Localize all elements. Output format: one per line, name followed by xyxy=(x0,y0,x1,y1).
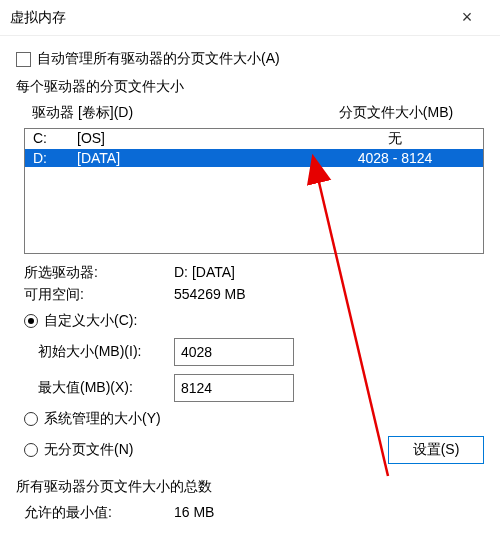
max-size-row: 最大值(MB)(X): xyxy=(24,374,484,402)
header-size: 分页文件大小(MB) xyxy=(316,104,476,122)
auto-manage-label: 自动管理所有驱动器的分页文件大小(A) xyxy=(37,50,280,68)
min-size-label: 允许的最小值: xyxy=(24,504,174,522)
row-drive: C: xyxy=(33,130,77,148)
max-size-input[interactable] xyxy=(174,374,294,402)
selected-drive-row: 所选驱动器: D: [DATA] xyxy=(24,264,484,282)
min-size-row: 允许的最小值: 16 MB xyxy=(24,504,484,522)
radio-system-label: 系统管理的大小(Y) xyxy=(44,410,161,428)
auto-manage-row: 自动管理所有驱动器的分页文件大小(A) xyxy=(16,50,484,68)
max-size-label: 最大值(MB)(X): xyxy=(24,379,174,397)
header-drive: 驱动器 [卷标](D) xyxy=(32,104,316,122)
min-size-value: 16 MB xyxy=(174,504,214,522)
set-row: 无分页文件(N) 设置(S) xyxy=(24,436,484,464)
row-label: [DATA] xyxy=(77,150,315,166)
row-size: 4028 - 8124 xyxy=(315,150,475,166)
radio-custom-row: 自定义大小(C): xyxy=(24,312,484,330)
dialog-content: 自动管理所有驱动器的分页文件大小(A) 每个驱动器的分页文件大小 驱动器 [卷标… xyxy=(0,36,500,522)
window-title: 虚拟内存 xyxy=(10,9,444,27)
free-space-row: 可用空间: 554269 MB xyxy=(24,286,484,304)
radio-custom[interactable] xyxy=(24,314,38,328)
radio-dot-icon xyxy=(28,318,34,324)
radio-none[interactable] xyxy=(24,443,38,457)
radio-system-row: 系统管理的大小(Y) xyxy=(24,410,484,428)
row-size: 无 xyxy=(315,130,475,148)
initial-size-label: 初始大小(MB)(I): xyxy=(24,343,174,361)
initial-size-row: 初始大小(MB)(I): xyxy=(24,338,484,366)
table-row[interactable]: D: [DATA] 4028 - 8124 xyxy=(25,149,483,167)
initial-size-input[interactable] xyxy=(174,338,294,366)
selected-drive-value: D: [DATA] xyxy=(174,264,235,282)
free-space-label: 可用空间: xyxy=(24,286,174,304)
selected-drive-label: 所选驱动器: xyxy=(24,264,174,282)
row-label: [OS] xyxy=(77,130,315,148)
totals-heading: 所有驱动器分页文件大小的总数 xyxy=(16,478,484,496)
row-drive: D: xyxy=(33,150,77,166)
drive-list[interactable]: C: [OS] 无 D: [DATA] 4028 - 8124 xyxy=(24,128,484,254)
radio-none-label: 无分页文件(N) xyxy=(44,441,133,459)
close-icon[interactable]: × xyxy=(444,7,490,28)
set-button[interactable]: 设置(S) xyxy=(388,436,484,464)
per-drive-section-label: 每个驱动器的分页文件大小 xyxy=(16,78,484,96)
titlebar: 虚拟内存 × xyxy=(0,0,500,36)
free-space-value: 554269 MB xyxy=(174,286,246,304)
table-row[interactable]: C: [OS] 无 xyxy=(25,129,483,149)
radio-system[interactable] xyxy=(24,412,38,426)
auto-manage-checkbox[interactable] xyxy=(16,52,31,67)
radio-custom-label: 自定义大小(C): xyxy=(44,312,137,330)
drive-list-header: 驱动器 [卷标](D) 分页文件大小(MB) xyxy=(24,102,484,124)
